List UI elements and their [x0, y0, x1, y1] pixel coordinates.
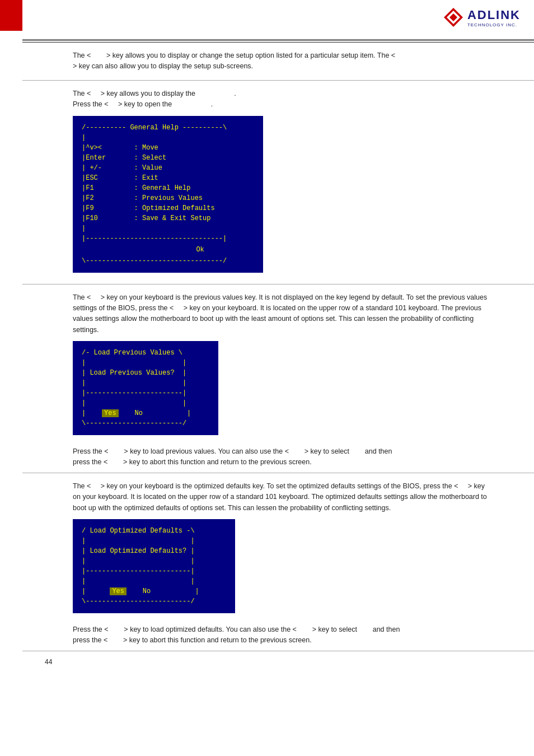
section-enter-key: The < > key allows you to display or cha…: [0, 43, 534, 80]
section-prev-values: The < > key on your keyboard is the prev…: [0, 284, 534, 473]
bios-empty1: |: [82, 133, 254, 143]
opt-empty2: | |: [82, 556, 226, 566]
general-help-bios-screen: /---------- General Help ----------\ | |…: [73, 116, 263, 273]
bios-f10: |F10 : Save & Exit Setup: [82, 213, 254, 223]
header-divider-top: [22, 39, 534, 41]
load-prev-bios-screen: /- Load Previous Values \ | | | Load Pre…: [73, 341, 218, 435]
bios-bottom: \----------------------------------/: [82, 256, 254, 266]
bios-f1: |F1 : General Help: [82, 183, 254, 193]
opt-divider: |--------------------------|: [82, 566, 226, 576]
bios-divider: |----------------------------------|: [82, 234, 254, 244]
opt-question: | Load Optimized Defaults? |: [82, 546, 226, 556]
section-general-help: The < > key allows you to display the . …: [0, 81, 534, 284]
prev-empty1: | |: [82, 358, 209, 368]
section4-footer1: Press the < > key to load optimized defa…: [73, 624, 489, 635]
opt-empty3: | |: [82, 576, 226, 586]
bios-select: |Enter : Select: [82, 153, 254, 163]
section1-text: The < > key allows you to display or cha…: [73, 50, 489, 72]
prev-yn: | Yes No |: [82, 408, 209, 418]
section-optimized-defaults: The < > key on your keyboard is the opti…: [0, 473, 534, 651]
section3-footer2: press the < > key to abort this function…: [73, 457, 489, 468]
opt-title: / Load Optimized Defaults -\: [82, 526, 226, 536]
logo-area: ADLINK TECHNOLOGY INC.: [443, 7, 521, 28]
logo-diamond-icon: [443, 7, 464, 28]
prev-bottom: \------------------------/: [82, 418, 209, 428]
bios-empty2: |: [82, 223, 254, 234]
section2-text2: Press the < > key to open the .: [73, 99, 489, 110]
bios-value: | +/- : Value: [82, 163, 254, 173]
bios-title-line: /---------- General Help ----------\: [82, 123, 254, 133]
bios-f2: |F2 : Previous Values: [82, 193, 254, 203]
bios-ok: Ok: [82, 244, 254, 256]
prev-divider: |------------------------|: [82, 388, 209, 398]
prev-empty3: | |: [82, 398, 209, 408]
adlink-logo: ADLINK TECHNOLOGY INC.: [467, 8, 521, 27]
opt-empty1: | |: [82, 536, 226, 546]
section2-text1: The < > key allows you to display the .: [73, 88, 489, 99]
load-opt-bios-screen: / Load Optimized Defaults -\ | | | Load …: [73, 519, 235, 613]
section4-footer2: press the < > key to abort this function…: [73, 635, 489, 646]
bios-f9: |F9 : Optimized Defaults: [82, 203, 254, 213]
page-number: 44: [0, 651, 534, 670]
prev-title: /- Load Previous Values \: [82, 348, 209, 358]
page-header: ADLINK TECHNOLOGY INC.: [0, 0, 534, 39]
opt-yn: | Yes No |: [82, 586, 226, 596]
logo-subtitle: TECHNOLOGY INC.: [467, 22, 517, 27]
logo-title: ADLINK: [467, 8, 521, 22]
bios-exit: |ESC : Exit: [82, 173, 254, 183]
opt-bottom: \--------------------------/: [82, 596, 226, 606]
bios-move: |^v>< : Move: [82, 143, 254, 153]
section4-text: The < > key on your keyboard is the opti…: [73, 481, 489, 514]
prev-empty2: | |: [82, 378, 209, 388]
section3-text: The < > key on your keyboard is the prev…: [73, 292, 489, 336]
section3-footer1: Press the < > key to load previous value…: [73, 446, 489, 457]
prev-question: | Load Previous Values? |: [82, 368, 209, 378]
